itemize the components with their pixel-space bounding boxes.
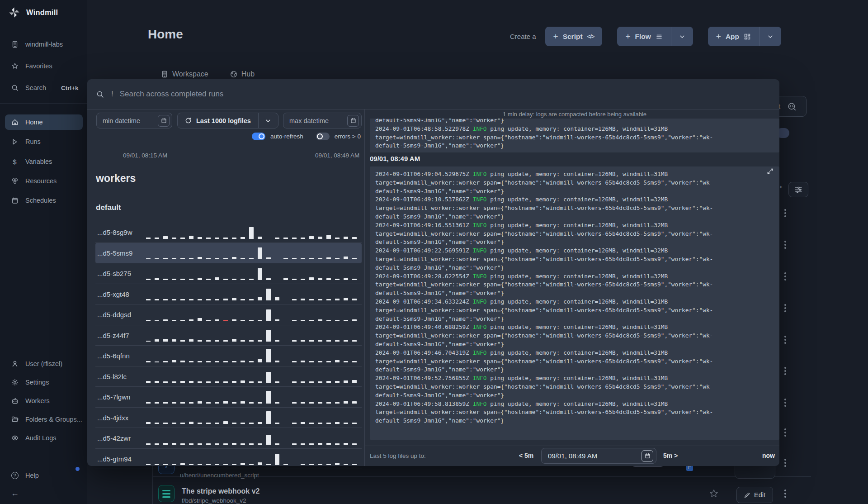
- row-menu-kebab[interactable]: [782, 304, 788, 312]
- settings-label: Settings: [25, 379, 49, 386]
- building-icon: [161, 71, 168, 78]
- log-datetime-input[interactable]: 09/01, 08:49 AM: [541, 448, 656, 464]
- sidebar-item-folders[interactable]: Folders & Groups...: [0, 412, 87, 427]
- sidebar-item-home[interactable]: Home: [5, 114, 83, 130]
- row-menu-kebab[interactable]: [782, 459, 788, 467]
- worker-id: ...d5-8sg9w: [97, 228, 132, 236]
- sidebar-item-workers[interactable]: Workers: [0, 393, 87, 409]
- divider: [152, 466, 153, 504]
- folder-icon: [11, 416, 19, 423]
- worker-row[interactable]: ...d5-5sms9: [95, 243, 362, 264]
- log-block-previous[interactable]: default-5sms9-Jmn1G","name":"worker"}202…: [370, 119, 779, 152]
- worker-row[interactable]: ...d5-7lgwn: [95, 387, 362, 408]
- log-level-info: INFO: [473, 349, 487, 356]
- row-menu-kebab[interactable]: [782, 367, 788, 375]
- errors-toggle[interactable]: [316, 133, 330, 140]
- search-bang: !: [111, 90, 113, 99]
- log-line: target=windmill_worker::worker span={"ho…: [375, 306, 779, 315]
- globe-icon: [230, 71, 237, 78]
- sidebar-item-audit-logs[interactable]: Audit Logs: [0, 430, 87, 446]
- arrow-left-icon: ←: [11, 489, 19, 498]
- search-label: Search: [25, 84, 46, 91]
- calendar-icon[interactable]: [158, 115, 170, 127]
- sidebar-item-schedules[interactable]: Schedules: [0, 193, 87, 208]
- sidebar-item-user[interactable]: User (rfiszel): [0, 356, 87, 371]
- worker-row[interactable]: ...d5-l82lc: [95, 366, 362, 387]
- log-line: 2024-09-01T06:49:28.622554Z INFO ping up…: [375, 272, 779, 281]
- forward-5m-button[interactable]: 5m >: [663, 452, 678, 459]
- log-line: target=windmill_worker::worker span={"ho…: [375, 133, 779, 142]
- row-menu-kebab[interactable]: [782, 272, 788, 281]
- worker-row[interactable]: ...d5-sb275: [95, 263, 362, 284]
- auto-refresh-toggle[interactable]: [252, 133, 265, 140]
- sidebar-item-settings[interactable]: Settings: [0, 375, 87, 390]
- logo-row[interactable]: Windmill: [8, 6, 58, 19]
- filter-button[interactable]: [788, 182, 808, 197]
- search-code-icon: [787, 102, 797, 112]
- row-menu-kebab[interactable]: [782, 209, 788, 217]
- log-line: 2024-09-01T06:49:40.688259Z INFO ping up…: [375, 323, 779, 332]
- min-datetime-input[interactable]: min datetime: [96, 113, 172, 128]
- user-icon: [11, 360, 19, 367]
- worker-row[interactable]: ...d5-z44f7: [95, 325, 362, 346]
- worker-row[interactable]: ...d5-xgt48: [95, 284, 362, 305]
- runs-search-input[interactable]: [120, 90, 617, 99]
- calendar-icon[interactable]: [642, 450, 653, 462]
- log-line: target=windmill_worker::worker span={"ho…: [375, 204, 779, 213]
- worker-row[interactable]: ...d5-42zwr: [95, 428, 362, 449]
- create-flow-button[interactable]: + Flow: [617, 27, 670, 46]
- sidebar-item-variables[interactable]: $ Variables: [0, 154, 87, 169]
- robot-icon: [11, 397, 19, 404]
- collapse-sidebar-button[interactable]: ←: [0, 485, 87, 501]
- create-app-button[interactable]: + App: [708, 27, 759, 46]
- create-script-button[interactable]: + Script </>: [545, 27, 603, 46]
- logfiles-select[interactable]: Last 1000 logfiles: [177, 113, 278, 128]
- tab-hub[interactable]: Hub: [230, 70, 255, 78]
- row-menu-kebab[interactable]: [782, 428, 788, 437]
- worker-group-title: default: [96, 203, 121, 212]
- worker-row[interactable]: ...d5-ddgsd: [95, 304, 362, 325]
- max-datetime-input[interactable]: max datetime: [283, 113, 362, 128]
- worker-row[interactable]: ...d5-gtm94: [95, 449, 362, 470]
- worker-row[interactable]: ...d5-8sg9w: [95, 222, 362, 243]
- sidebar-item-resources[interactable]: Resources: [0, 173, 87, 189]
- create-app-caret[interactable]: [759, 27, 781, 46]
- calendar-icon[interactable]: [347, 115, 359, 127]
- log-line: 2024-09-01T06:49:22.569591Z INFO ping up…: [375, 247, 779, 255]
- play-icon: [11, 138, 19, 145]
- select-caret[interactable]: [258, 113, 278, 128]
- log-line: target=windmill_worker::worker span={"ho…: [375, 408, 779, 417]
- sidebar: Windmill windmill-labs Favorites Search …: [0, 0, 87, 504]
- log-level-info: INFO: [473, 375, 487, 381]
- worker-row[interactable]: ...d5-4jdxx: [95, 408, 362, 428]
- expand-icon[interactable]: [767, 168, 774, 175]
- back-5m-button[interactable]: < 5m: [519, 452, 533, 459]
- now-button[interactable]: now: [762, 452, 775, 459]
- log-line: target=windmill_worker::worker span={"ho…: [375, 255, 779, 264]
- search-shortcut: Ctrl+k: [61, 85, 79, 91]
- sidebar-item-help[interactable]: ? Help: [0, 468, 87, 483]
- create-flow-caret[interactable]: [671, 27, 693, 46]
- row-menu-kebab[interactable]: [782, 490, 788, 498]
- sidebar-item-search[interactable]: Search Ctrl+k: [0, 80, 87, 95]
- runs-search-bar: !: [87, 79, 779, 109]
- sidebar-item-workspace[interactable]: windmill-labs: [0, 37, 87, 52]
- row-menu-kebab[interactable]: [782, 241, 788, 249]
- row-menu-kebab[interactable]: [782, 336, 788, 344]
- sidebar-item-favorites[interactable]: Favorites: [0, 58, 87, 74]
- create-row: Create a + Script </> + Flow + App: [510, 27, 781, 46]
- app-grid-icon: [744, 33, 751, 40]
- log-line: default-5sms9-Jmn1G","name":"worker"}: [375, 119, 779, 125]
- workspace-label: windmill-labs: [25, 41, 63, 48]
- log-line: 2024-09-01T06:49:04.529675Z INFO ping up…: [375, 170, 779, 179]
- tab-workspace[interactable]: Workspace: [161, 70, 208, 78]
- favorite-star-icon[interactable]: [709, 489, 719, 499]
- sidebar-item-runs[interactable]: Runs: [0, 134, 87, 149]
- log-footer-label: Last 5 log files up to:: [370, 452, 426, 459]
- row-menu-kebab[interactable]: [782, 399, 788, 407]
- plus-icon: +: [716, 32, 721, 42]
- resources-label: Resources: [25, 177, 57, 185]
- worker-row[interactable]: ...d5-6qfnn: [95, 346, 362, 366]
- log-block-current[interactable]: 2024-09-01T06:49:04.529675Z INFO ping up…: [370, 166, 779, 440]
- edit-button[interactable]: Edit: [736, 487, 773, 503]
